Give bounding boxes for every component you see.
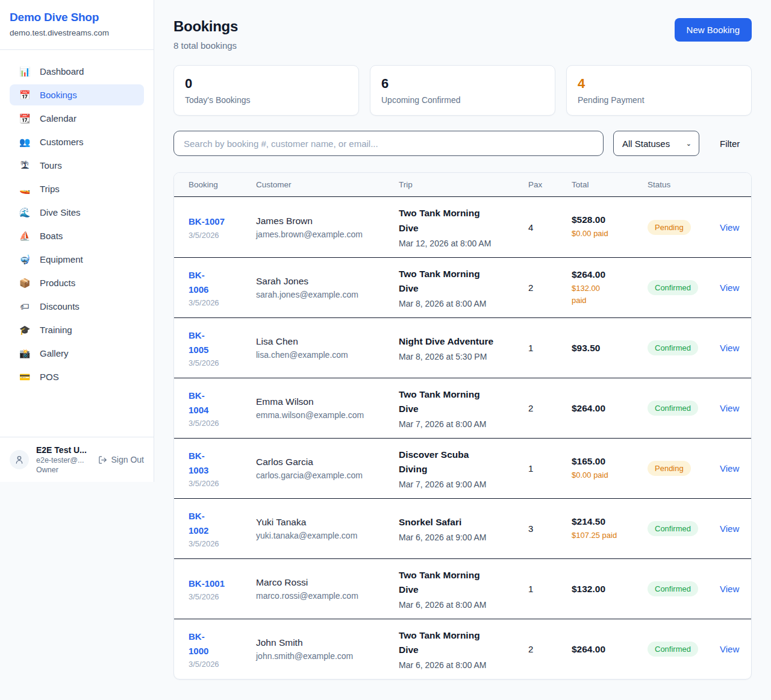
shop-domain: demo.test.divestreams.com	[10, 28, 144, 37]
customer-email: carlos.garcia@example.com	[256, 470, 399, 480]
customer-cell: Marco Rossi marco.rossi@example.com	[256, 577, 399, 601]
booking-id-link[interactable]: BK-1001	[189, 577, 256, 590]
pax-count: 3	[528, 523, 572, 534]
new-booking-button[interactable]: New Booking	[675, 18, 752, 42]
status-badge: Confirmed	[648, 401, 698, 416]
user-email: e2e-tester@...	[36, 456, 91, 464]
table-row: BK- 1003 3/5/2026 Carlos Garcia carlos.g…	[174, 438, 751, 498]
booking-id-link[interactable]: BK- 1002	[189, 509, 256, 537]
sidebar-item-label: Calendar	[40, 113, 76, 123]
column-header-booking: Booking	[189, 180, 256, 189]
customer-cell: Carlos Garcia carlos.garcia@example.com	[256, 457, 399, 480]
trip-name: Snorkel Safari	[399, 515, 528, 530]
sidebar-item-products[interactable]: 📦 Products	[10, 272, 144, 293]
page-header: Bookings 8 total bookings New Booking	[173, 18, 752, 51]
column-header-customer: Customer	[256, 180, 399, 189]
view-link[interactable]: View	[720, 283, 739, 293]
view-link[interactable]: View	[720, 403, 739, 413]
booking-id-link[interactable]: BK- 1006	[189, 268, 256, 296]
trip-datetime: Mar 8, 2026 at 8:00 AM	[399, 299, 528, 308]
sidebar-item-discounts[interactable]: 🏷 Discounts	[10, 296, 144, 317]
table-row: BK-1007 3/5/2026 James Brown james.brown…	[174, 197, 751, 257]
customer-cell: Emma Wilson emma.wilson@example.com	[256, 396, 399, 420]
booking-date: 3/5/2026	[189, 592, 256, 601]
total-cell: $165.00 $0.00 paid	[572, 456, 648, 481]
sidebar-item-boats[interactable]: ⛵ Boats	[10, 225, 144, 246]
total-cell: $264.00	[572, 644, 648, 655]
booking-date: 3/5/2026	[189, 539, 256, 548]
sidebar-item-equipment[interactable]: 🤿 Equipment	[10, 249, 144, 270]
stat-card-todays-bookings: 0 Today's Bookings	[173, 65, 359, 116]
customer-email: emma.wilson@example.com	[256, 410, 399, 420]
pax-count: 2	[528, 403, 572, 413]
status-filter-value: All Statuses	[622, 139, 670, 149]
view-link[interactable]: View	[720, 644, 739, 654]
view-link[interactable]: View	[720, 463, 739, 473]
booking-id-link[interactable]: BK- 1004	[189, 389, 256, 417]
page-title: Bookings	[173, 18, 238, 35]
sidebar-item-dashboard[interactable]: 📊 Dashboard	[10, 61, 144, 82]
customer-name: Sarah Jones	[256, 276, 399, 287]
trip-cell: Night Dive Adventure Mar 8, 2026 at 5:30…	[399, 334, 528, 361]
view-link[interactable]: View	[720, 222, 739, 233]
booking-id-link[interactable]: BK-1007	[189, 214, 256, 228]
sidebar-item-calendar[interactable]: 📆 Calendar	[10, 108, 144, 129]
sidebar-item-trips[interactable]: 🚤 Trips	[10, 178, 144, 199]
trip-datetime: Mar 8, 2026 at 5:30 PM	[399, 352, 528, 361]
sidebar-item-label: Trips	[40, 184, 60, 194]
table-row: BK-1001 3/5/2026 Marco Rossi marco.rossi…	[174, 558, 751, 619]
sidebar-item-tours[interactable]: 🏝 Tours	[10, 155, 144, 176]
sidebar-item-label: Gallery	[40, 348, 69, 358]
paid-amount: $0.00 paid	[572, 469, 648, 481]
total-cell: $528.00 $0.00 paid	[572, 214, 648, 240]
sidebar-item-dive-sites[interactable]: 🌊 Dive Sites	[10, 202, 144, 223]
sidebar-item-training[interactable]: 🎓 Training	[10, 319, 144, 340]
sidebar-item-label: Tours	[40, 160, 62, 170]
sidebar-item-customers[interactable]: 👥 Customers	[10, 131, 144, 152]
total-amount: $165.00	[572, 456, 648, 467]
sidebar-item-bookings[interactable]: 📅 Bookings	[10, 84, 144, 105]
bar-chart-icon: 📊	[19, 67, 31, 76]
user-role: Owner	[36, 466, 91, 474]
filter-button[interactable]: Filter	[720, 139, 740, 149]
paid-amount: $132.00 paid	[572, 283, 648, 306]
status-filter-select[interactable]: All Statuses ⌄	[613, 131, 699, 156]
search-input[interactable]	[173, 131, 604, 156]
total-amount: $264.00	[572, 269, 648, 280]
sidebar-item-pos[interactable]: 💳 POS	[10, 366, 144, 387]
booking-id-link[interactable]: BK- 1005	[189, 328, 256, 357]
sign-out-button[interactable]: Sign Out	[98, 455, 144, 464]
customer-name: Lisa Chen	[256, 336, 399, 347]
sign-out-label: Sign Out	[111, 455, 144, 464]
booking-cell: BK- 1005 3/5/2026	[189, 328, 256, 367]
paid-amount: $0.00 paid	[572, 228, 648, 240]
stat-value: 4	[578, 76, 740, 92]
pax-count: 1	[528, 584, 572, 594]
trip-datetime: Mar 6, 2026 at 9:00 AM	[399, 533, 528, 542]
sidebar: Demo Dive Shop demo.test.divestreams.com…	[0, 0, 154, 482]
status-badge: Pending	[648, 220, 691, 235]
trip-name: Night Dive Adventure	[399, 334, 528, 349]
booking-cell: BK- 1003 3/5/2026	[189, 449, 256, 488]
booking-date: 3/5/2026	[189, 419, 256, 428]
sidebar-item-label: Boats	[40, 231, 63, 241]
view-link[interactable]: View	[720, 523, 739, 534]
booking-id-link[interactable]: BK- 1003	[189, 449, 256, 477]
user-name: E2E Test U...	[36, 445, 91, 455]
chevron-down-icon: ⌄	[686, 140, 691, 148]
table-row: BK- 1005 3/5/2026 Lisa Chen lisa.chen@ex…	[174, 317, 751, 378]
camera-icon: 📸	[19, 349, 31, 358]
sidebar-header: Demo Dive Shop demo.test.divestreams.com	[0, 0, 154, 50]
booking-date: 3/5/2026	[189, 479, 256, 488]
tag-icon: 🏷	[19, 302, 31, 311]
sidebar-item-gallery[interactable]: 📸 Gallery	[10, 343, 144, 364]
total-cell: $214.50 $107.25 paid	[572, 516, 648, 542]
view-link[interactable]: View	[720, 343, 739, 353]
trip-datetime: Mar 7, 2026 at 9:00 AM	[399, 480, 528, 489]
booking-id-link[interactable]: BK- 1000	[189, 630, 256, 658]
view-link[interactable]: View	[720, 584, 739, 594]
sidebar-item-label: Equipment	[40, 254, 83, 264]
trip-name: Two Tank Morning Dive	[399, 568, 528, 597]
table-row: BK- 1000 3/5/2026 John Smith john.smith@…	[174, 619, 751, 679]
shop-name: Demo Dive Shop	[10, 11, 144, 24]
